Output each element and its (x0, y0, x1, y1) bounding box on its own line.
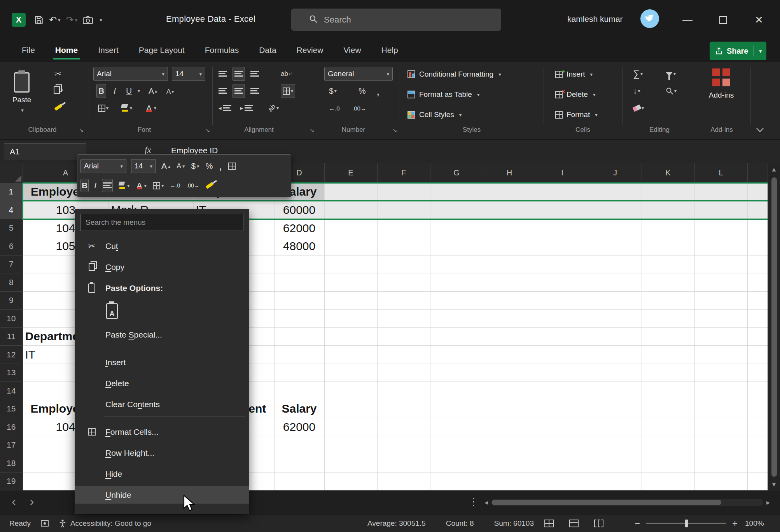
cell-F1[interactable] (377, 183, 430, 201)
scroll-up-icon[interactable]: ▲ (771, 163, 777, 176)
cell-L12[interactable] (694, 346, 747, 364)
cell-E14[interactable] (324, 382, 377, 400)
cell-I15[interactable] (536, 400, 589, 418)
cell-F12[interactable] (377, 346, 430, 364)
fx-icon[interactable]: fx (145, 145, 151, 155)
menu-search-input[interactable] (86, 218, 238, 227)
cell-F14[interactable] (377, 382, 430, 400)
increase-decimal-button[interactable]: ←.0 (329, 101, 340, 115)
cell-L18[interactable] (694, 454, 747, 472)
cell-G15[interactable] (430, 400, 483, 418)
cell-K10[interactable] (642, 310, 694, 328)
cell-G5[interactable] (430, 219, 483, 237)
cell-G12[interactable] (430, 346, 483, 364)
fill-color-button[interactable]: ▾ (121, 101, 132, 115)
orientation-button[interactable]: ab▾ (268, 101, 279, 115)
row-header-19[interactable]: 19 (0, 472, 23, 490)
row-header-10[interactable]: 10 (0, 310, 23, 328)
scroll-right-icon[interactable]: ▸ (766, 498, 770, 507)
row-header-4[interactable]: 4 (0, 201, 23, 219)
tab-insert[interactable]: Insert (89, 41, 127, 61)
zoom-slider-thumb[interactable] (685, 520, 688, 527)
cell-G14[interactable] (430, 382, 483, 400)
cell-E15[interactable] (324, 400, 377, 418)
cell-M15[interactable] (747, 400, 768, 418)
menu-item-format-cells[interactable]: Format Cells... (75, 423, 249, 441)
zoom-out-button[interactable]: − (635, 518, 640, 529)
cell-M1[interactable] (747, 183, 768, 201)
wrap-text-button[interactable]: ab↵ (281, 67, 293, 81)
cell-I19[interactable] (536, 472, 589, 490)
cell-I13[interactable] (536, 364, 589, 382)
row-header-8[interactable]: 8 (0, 273, 23, 292)
cell-M10[interactable] (747, 310, 768, 328)
tab-review[interactable]: Review (288, 41, 332, 61)
cell-M11[interactable] (747, 327, 768, 346)
cut-button[interactable]: ✂ (54, 67, 61, 81)
align-middle-button[interactable] (233, 67, 245, 81)
cell-F16[interactable] (377, 418, 430, 436)
cell-I17[interactable] (536, 436, 589, 454)
name-box[interactable]: A1 (4, 143, 86, 160)
accessibility-status[interactable]: Accessibility: Good to go (59, 519, 151, 528)
cell-K8[interactable] (642, 273, 694, 292)
mini-bold-button[interactable]: B (80, 179, 89, 192)
tab-page-layout[interactable]: Page Layout (130, 41, 193, 61)
vertical-scrollbar[interactable]: ▲ ▼ (768, 163, 780, 491)
cell-E11[interactable] (324, 327, 377, 346)
cell-E12[interactable] (324, 346, 377, 364)
mini-merge-button[interactable] (227, 159, 236, 173)
tab-file[interactable]: File (13, 41, 44, 61)
paste-button[interactable]: Paste ▾ (4, 67, 40, 118)
cell-L6[interactable] (694, 237, 747, 256)
row-header-5[interactable]: 5 (0, 219, 23, 237)
dialog-launcher-icon[interactable]: ↘ (392, 127, 397, 134)
cell-J8[interactable] (589, 273, 642, 292)
mini-increase-decimal-button[interactable]: ←.0 (170, 179, 181, 192)
decrease-indent-button[interactable]: ◂ (219, 101, 231, 115)
cell-G1[interactable] (430, 183, 483, 201)
cell-L7[interactable] (694, 255, 747, 273)
cell-I18[interactable] (536, 454, 589, 472)
more-options-icon[interactable]: ⋮ (469, 496, 479, 508)
cell-J16[interactable] (589, 418, 642, 436)
cell-H4[interactable] (483, 201, 536, 219)
cell-G19[interactable] (430, 472, 483, 490)
cell-M6[interactable] (747, 237, 768, 256)
mini-font-color-button[interactable]: A▾ (135, 179, 148, 192)
cell-F5[interactable] (377, 219, 430, 237)
cell-M5[interactable] (747, 219, 768, 237)
cell-E10[interactable] (324, 310, 377, 328)
col-header-l[interactable]: L (694, 163, 747, 183)
cell-D9[interactable] (274, 291, 324, 310)
mini-format-painter-button[interactable] (205, 179, 214, 192)
cell-D15[interactable]: Salary (274, 400, 324, 418)
cell-G18[interactable] (430, 454, 483, 472)
chevron-down-icon[interactable]: ▾ (387, 71, 389, 77)
chevron-down-icon[interactable]: ▾ (162, 71, 164, 77)
sort-filter-button[interactable]: ▾ (666, 67, 676, 81)
next-sheet-icon[interactable]: › (30, 494, 34, 509)
cell-J4[interactable] (589, 201, 642, 219)
font-size-select[interactable]: 14▾ (172, 67, 205, 81)
increase-indent-button[interactable]: ▸ (240, 101, 253, 115)
cell-F9[interactable] (377, 291, 430, 310)
align-right-button[interactable] (250, 84, 259, 98)
cell-G8[interactable] (430, 273, 483, 292)
decrease-font-size-button[interactable]: A▾ (166, 85, 174, 99)
cell-G4[interactable] (430, 201, 483, 219)
menu-item-cut[interactable]: ✂Cut (75, 237, 249, 255)
cell-K7[interactable] (642, 255, 694, 273)
cell-L13[interactable] (694, 364, 747, 382)
cell-I4[interactable] (536, 201, 589, 219)
cell-D12[interactable] (274, 346, 324, 364)
cell-K4[interactable] (642, 201, 694, 219)
cell-J7[interactable] (589, 255, 642, 273)
mini-italic-button[interactable]: I (93, 179, 97, 192)
cell-D13[interactable] (274, 364, 324, 382)
decrease-decimal-button[interactable]: .00→ (352, 101, 366, 115)
cell-F8[interactable] (377, 273, 430, 292)
camera-icon[interactable] (83, 16, 93, 24)
dialog-launcher-icon[interactable]: ↘ (205, 127, 210, 134)
align-left-button[interactable] (219, 84, 227, 98)
